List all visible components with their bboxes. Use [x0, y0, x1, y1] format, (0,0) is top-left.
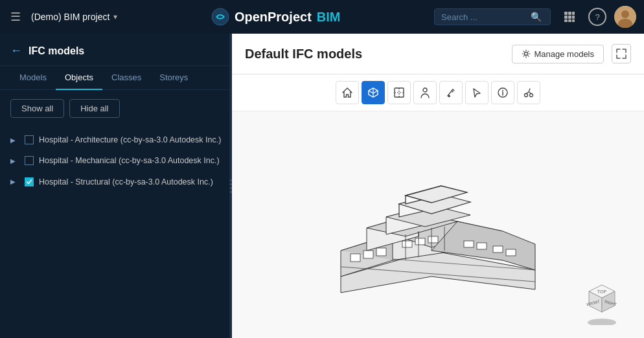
- logo-icon: [211, 8, 229, 26]
- page-title: Default IFC models: [245, 47, 362, 62]
- list-item[interactable]: ▶ Hospital - Mechanical (cc-by-sa-3.0 Au…: [0, 150, 232, 171]
- content-header: Default IFC models Manage models: [232, 34, 644, 74]
- svg-rect-22: [402, 241, 412, 247]
- expand-icon: ▶: [10, 157, 19, 164]
- svg-text:TOP: TOP: [597, 289, 607, 294]
- user-avatar[interactable]: [614, 6, 636, 28]
- expand-icon: ▶: [10, 137, 19, 144]
- svg-rect-4: [564, 16, 568, 19]
- info-icon: [497, 87, 509, 98]
- model-checkbox[interactable]: [25, 177, 34, 186]
- svg-rect-1: [564, 12, 568, 15]
- tool-home-button[interactable]: [336, 81, 359, 104]
- expand-icon: ▶: [10, 178, 19, 185]
- tool-person-button[interactable]: [413, 81, 437, 104]
- top-navbar: ☰ (Demo) BIM project ▾ OpenProject BIM 🔍: [0, 0, 644, 34]
- model-checkbox[interactable]: [25, 156, 34, 165]
- svg-point-18: [530, 94, 533, 97]
- app-logo: OpenProject BIM: [125, 8, 426, 26]
- project-chevron-icon: ▾: [113, 12, 117, 21]
- svg-rect-2: [568, 12, 571, 15]
- model-name: Hospital - Architecture (cc-by-sa-3.0 Au…: [39, 135, 221, 145]
- orientation-cube-icon: TOP FRONT RIGHT: [579, 273, 625, 325]
- svg-point-33: [588, 319, 616, 325]
- show-all-button[interactable]: Show all: [10, 99, 64, 118]
- svg-rect-9: [572, 19, 575, 22]
- tool-3d-button[interactable]: [362, 81, 385, 104]
- section-icon: [393, 87, 405, 98]
- app-name-bim: BIM: [317, 10, 341, 25]
- 3d-viewer: TOP FRONT RIGHT: [232, 111, 644, 338]
- search-icon[interactable]: 🔍: [531, 12, 542, 22]
- checkmark-icon: [26, 179, 32, 185]
- models-list: ▶ Hospital - Architecture (cc-by-sa-3.0 …: [0, 127, 232, 338]
- fullscreen-icon: [616, 49, 627, 59]
- manage-models-label: Manage models: [535, 49, 595, 59]
- building-wireframe: [302, 121, 574, 328]
- svg-rect-3: [572, 12, 575, 15]
- tool-cut-button[interactable]: [517, 81, 540, 104]
- project-selector[interactable]: (Demo) BIM project ▾: [31, 12, 117, 22]
- fullscreen-button[interactable]: [612, 44, 631, 63]
- svg-point-17: [525, 94, 528, 97]
- sidebar-tabs: Models Objects Classes Storeys: [0, 66, 232, 90]
- list-item[interactable]: ▶ Hospital - Structural (cc-by-sa-3.0 Au…: [0, 172, 232, 192]
- svg-point-11: [621, 10, 629, 18]
- content-area: Default IFC models Manage models: [232, 34, 644, 338]
- help-button[interactable]: ?: [588, 8, 606, 26]
- settings-icon: [522, 49, 531, 58]
- sidebar-actions: Show all Hide all: [0, 90, 232, 127]
- tab-storeys[interactable]: Storeys: [150, 66, 197, 90]
- avatar-icon: [614, 6, 636, 28]
- cursor-icon: [471, 87, 483, 98]
- svg-rect-23: [415, 238, 425, 245]
- sidebar: ← IFC models Models Objects Classes Stor…: [0, 34, 232, 338]
- hamburger-menu[interactable]: ☰: [8, 7, 23, 27]
- svg-rect-8: [568, 19, 571, 22]
- paint-icon: [445, 87, 457, 98]
- viewer-toolbar: [232, 74, 644, 111]
- tool-select-button[interactable]: [465, 81, 489, 104]
- grid-icon: [564, 11, 575, 23]
- back-button[interactable]: ←: [10, 44, 22, 58]
- svg-point-0: [212, 8, 229, 25]
- scissors-icon: [523, 87, 535, 98]
- svg-rect-5: [568, 16, 571, 19]
- svg-point-15: [423, 88, 427, 92]
- svg-rect-27: [493, 246, 503, 253]
- tab-objects[interactable]: Objects: [56, 66, 102, 90]
- svg-rect-19: [351, 254, 360, 262]
- svg-rect-21: [376, 248, 386, 256]
- hide-all-button[interactable]: Hide all: [69, 99, 119, 118]
- search-input[interactable]: [441, 12, 525, 22]
- svg-rect-28: [506, 249, 516, 256]
- tool-paint-button[interactable]: [439, 81, 463, 104]
- model-name: Hospital - Structural (cc-by-sa-3.0 Auto…: [39, 177, 213, 187]
- model-checkbox[interactable]: [25, 135, 34, 144]
- svg-rect-24: [428, 236, 438, 243]
- person-icon: [419, 87, 431, 98]
- tab-classes[interactable]: Classes: [102, 66, 150, 90]
- main-layout: ← IFC models Models Objects Classes Stor…: [0, 34, 644, 338]
- svg-rect-7: [564, 19, 568, 22]
- grid-apps-button[interactable]: [558, 8, 581, 25]
- tool-section-button[interactable]: [387, 81, 411, 104]
- manage-models-button[interactable]: Manage models: [512, 45, 604, 63]
- sidebar-header: ← IFC models: [0, 34, 232, 66]
- svg-rect-6: [572, 16, 575, 19]
- header-actions: Manage models: [512, 44, 632, 63]
- search-container: 🔍: [434, 8, 551, 25]
- sidebar-title: IFC models: [29, 45, 84, 57]
- app-name-open: OpenProject: [235, 10, 312, 25]
- svg-rect-14: [395, 88, 404, 97]
- project-name: (Demo) BIM project: [31, 12, 109, 22]
- list-item[interactable]: ▶ Hospital - Architecture (cc-by-sa-3.0 …: [0, 130, 232, 150]
- svg-rect-26: [477, 243, 487, 249]
- svg-rect-20: [363, 251, 373, 258]
- tool-info-button[interactable]: [491, 81, 514, 104]
- model-name: Hospital - Mechanical (cc-by-sa-3.0 Auto…: [39, 155, 220, 166]
- svg-rect-25: [464, 241, 474, 247]
- tab-models[interactable]: Models: [10, 66, 56, 90]
- svg-point-13: [524, 52, 527, 56]
- orientation-cube[interactable]: TOP FRONT RIGHT: [579, 273, 625, 319]
